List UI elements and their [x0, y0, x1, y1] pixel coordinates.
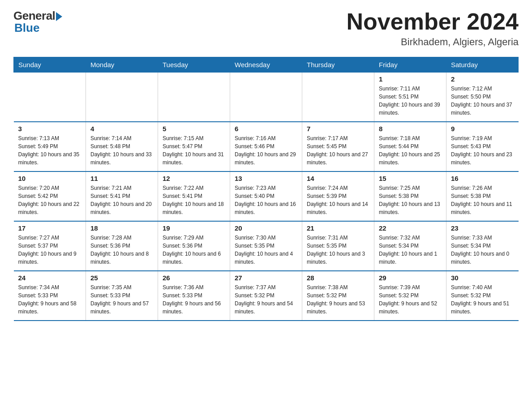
day-number: 19	[163, 224, 225, 232]
day-number: 8	[379, 125, 442, 133]
calendar-cell	[158, 73, 230, 122]
day-info: Sunrise: 7:19 AMSunset: 5:43 PMDaylight:…	[451, 134, 514, 167]
calendar-cell: 14Sunrise: 7:24 AMSunset: 5:39 PMDayligh…	[302, 171, 374, 221]
day-number: 2	[451, 75, 514, 83]
day-info: Sunrise: 7:17 AMSunset: 5:45 PMDaylight:…	[307, 134, 369, 167]
day-info: Sunrise: 7:26 AMSunset: 5:38 PMDaylight:…	[451, 184, 514, 216]
calendar-cell: 2Sunrise: 7:12 AMSunset: 5:50 PMDaylight…	[446, 73, 519, 122]
day-number: 25	[90, 274, 153, 282]
day-number: 6	[235, 125, 297, 133]
day-number: 3	[18, 125, 82, 133]
day-info: Sunrise: 7:15 AMSunset: 5:47 PMDaylight:…	[163, 134, 225, 167]
calendar-cell	[86, 73, 158, 122]
day-info: Sunrise: 7:32 AMSunset: 5:34 PMDaylight:…	[379, 234, 442, 266]
day-number: 9	[451, 125, 514, 133]
logo-blue-text: Blue	[14, 21, 39, 35]
day-number: 5	[163, 125, 225, 133]
day-number: 29	[379, 274, 442, 282]
logo-arrow-icon	[56, 12, 62, 21]
day-info: Sunrise: 7:40 AMSunset: 5:32 PMDaylight:…	[451, 283, 514, 316]
weekday-header-tuesday: Tuesday	[158, 57, 230, 73]
day-number: 12	[163, 175, 225, 182]
calendar-cell: 8Sunrise: 7:18 AMSunset: 5:44 PMDaylight…	[374, 122, 446, 171]
day-info: Sunrise: 7:29 AMSunset: 5:36 PMDaylight:…	[163, 234, 225, 266]
day-number: 28	[307, 274, 369, 282]
day-number: 21	[307, 224, 369, 232]
day-info: Sunrise: 7:24 AMSunset: 5:39 PMDaylight:…	[307, 184, 369, 216]
day-number: 17	[18, 224, 82, 232]
weekday-header-wednesday: Wednesday	[230, 57, 302, 73]
day-info: Sunrise: 7:21 AMSunset: 5:41 PMDaylight:…	[90, 184, 153, 216]
calendar-cell: 6Sunrise: 7:16 AMSunset: 5:46 PMDaylight…	[230, 122, 302, 171]
calendar-header-row: SundayMondayTuesdayWednesdayThursdayFrid…	[14, 57, 519, 73]
calendar-cell: 15Sunrise: 7:25 AMSunset: 5:38 PMDayligh…	[374, 171, 446, 221]
calendar-cell: 20Sunrise: 7:30 AMSunset: 5:35 PMDayligh…	[230, 221, 302, 271]
calendar-cell: 11Sunrise: 7:21 AMSunset: 5:41 PMDayligh…	[86, 171, 158, 221]
day-info: Sunrise: 7:16 AMSunset: 5:46 PMDaylight:…	[235, 134, 297, 167]
day-number: 4	[90, 125, 153, 133]
calendar-cell: 16Sunrise: 7:26 AMSunset: 5:38 PMDayligh…	[446, 171, 519, 221]
calendar-week-row: 3Sunrise: 7:13 AMSunset: 5:49 PMDaylight…	[14, 122, 519, 171]
title-section: November 2024 Birkhadem, Algiers, Algeri…	[347, 9, 519, 48]
calendar-cell: 9Sunrise: 7:19 AMSunset: 5:43 PMDaylight…	[446, 122, 519, 171]
day-info: Sunrise: 7:18 AMSunset: 5:44 PMDaylight:…	[379, 134, 442, 167]
calendar-cell	[14, 73, 86, 122]
weekday-header-thursday: Thursday	[302, 57, 374, 73]
day-number: 27	[235, 274, 297, 282]
day-number: 22	[379, 224, 442, 232]
calendar-cell: 13Sunrise: 7:23 AMSunset: 5:40 PMDayligh…	[230, 171, 302, 221]
day-number: 26	[163, 274, 225, 282]
day-number: 20	[235, 224, 297, 232]
day-number: 1	[379, 75, 442, 83]
day-info: Sunrise: 7:35 AMSunset: 5:33 PMDaylight:…	[90, 283, 153, 316]
day-info: Sunrise: 7:14 AMSunset: 5:48 PMDaylight:…	[90, 134, 153, 167]
day-number: 10	[18, 175, 82, 182]
day-number: 11	[90, 175, 153, 182]
calendar-week-row: 17Sunrise: 7:27 AMSunset: 5:37 PMDayligh…	[14, 221, 519, 271]
day-number: 18	[90, 224, 153, 232]
calendar-cell: 30Sunrise: 7:40 AMSunset: 5:32 PMDayligh…	[446, 271, 519, 321]
calendar-cell: 7Sunrise: 7:17 AMSunset: 5:45 PMDaylight…	[302, 122, 374, 171]
day-info: Sunrise: 7:12 AMSunset: 5:50 PMDaylight:…	[451, 85, 514, 117]
calendar-cell: 10Sunrise: 7:20 AMSunset: 5:42 PMDayligh…	[14, 171, 86, 221]
calendar-cell	[302, 73, 374, 122]
calendar-cell: 5Sunrise: 7:15 AMSunset: 5:47 PMDaylight…	[158, 122, 230, 171]
day-info: Sunrise: 7:37 AMSunset: 5:32 PMDaylight:…	[235, 283, 297, 316]
day-number: 24	[18, 274, 82, 282]
day-info: Sunrise: 7:33 AMSunset: 5:34 PMDaylight:…	[451, 234, 514, 266]
day-info: Sunrise: 7:20 AMSunset: 5:42 PMDaylight:…	[18, 184, 82, 216]
day-number: 15	[379, 175, 442, 182]
calendar-week-row: 24Sunrise: 7:34 AMSunset: 5:33 PMDayligh…	[14, 271, 519, 321]
calendar-cell: 12Sunrise: 7:22 AMSunset: 5:41 PMDayligh…	[158, 171, 230, 221]
calendar-cell: 1Sunrise: 7:11 AMSunset: 5:51 PMDaylight…	[374, 73, 446, 122]
calendar-cell: 19Sunrise: 7:29 AMSunset: 5:36 PMDayligh…	[158, 221, 230, 271]
day-info: Sunrise: 7:11 AMSunset: 5:51 PMDaylight:…	[379, 85, 442, 117]
day-info: Sunrise: 7:38 AMSunset: 5:32 PMDaylight:…	[307, 283, 369, 316]
calendar-cell: 21Sunrise: 7:31 AMSunset: 5:35 PMDayligh…	[302, 221, 374, 271]
calendar-cell: 18Sunrise: 7:28 AMSunset: 5:36 PMDayligh…	[86, 221, 158, 271]
weekday-header-friday: Friday	[374, 57, 446, 73]
day-info: Sunrise: 7:30 AMSunset: 5:35 PMDaylight:…	[235, 234, 297, 266]
day-info: Sunrise: 7:39 AMSunset: 5:32 PMDaylight:…	[379, 283, 442, 316]
calendar-cell: 27Sunrise: 7:37 AMSunset: 5:32 PMDayligh…	[230, 271, 302, 321]
day-info: Sunrise: 7:36 AMSunset: 5:33 PMDaylight:…	[163, 283, 225, 316]
day-info: Sunrise: 7:25 AMSunset: 5:38 PMDaylight:…	[379, 184, 442, 216]
calendar-cell: 26Sunrise: 7:36 AMSunset: 5:33 PMDayligh…	[158, 271, 230, 321]
calendar-cell	[230, 73, 302, 122]
calendar-cell: 25Sunrise: 7:35 AMSunset: 5:33 PMDayligh…	[86, 271, 158, 321]
calendar-cell: 23Sunrise: 7:33 AMSunset: 5:34 PMDayligh…	[446, 221, 519, 271]
calendar-cell: 17Sunrise: 7:27 AMSunset: 5:37 PMDayligh…	[14, 221, 86, 271]
day-info: Sunrise: 7:28 AMSunset: 5:36 PMDaylight:…	[90, 234, 153, 266]
calendar-week-row: 10Sunrise: 7:20 AMSunset: 5:42 PMDayligh…	[14, 171, 519, 221]
day-number: 30	[451, 274, 514, 282]
weekday-header-monday: Monday	[86, 57, 158, 73]
day-number: 16	[451, 175, 514, 182]
day-info: Sunrise: 7:34 AMSunset: 5:33 PMDaylight:…	[18, 283, 82, 316]
calendar-table: SundayMondayTuesdayWednesdayThursdayFrid…	[13, 57, 519, 321]
day-number: 13	[235, 175, 297, 182]
calendar-title: November 2024	[347, 9, 519, 34]
calendar-cell: 29Sunrise: 7:39 AMSunset: 5:32 PMDayligh…	[374, 271, 446, 321]
calendar-cell: 4Sunrise: 7:14 AMSunset: 5:48 PMDaylight…	[86, 122, 158, 171]
day-number: 23	[451, 224, 514, 232]
calendar-subtitle: Birkhadem, Algiers, Algeria	[347, 36, 519, 48]
